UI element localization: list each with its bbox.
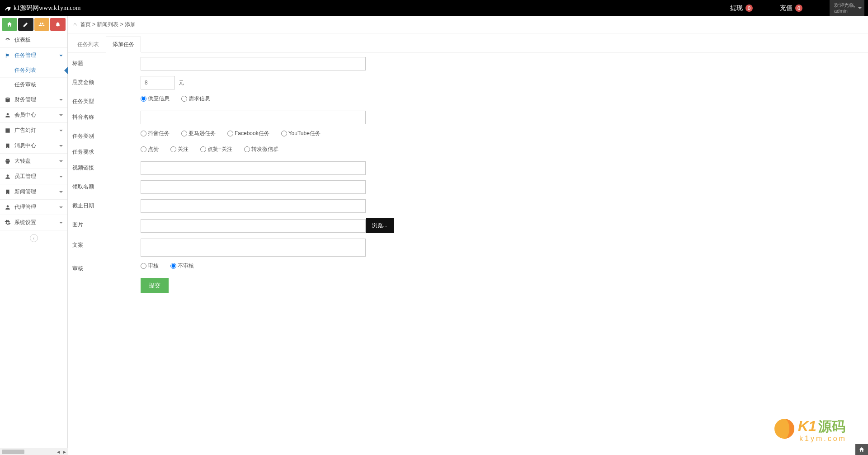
radio-audit-no[interactable]: 不审核: [170, 262, 194, 270]
sidebar-item-staff[interactable]: 员工管理: [0, 169, 67, 184]
radio-input[interactable]: [181, 96, 187, 102]
sidebar-item-label: 任务管理: [14, 52, 36, 59]
task-form: 标题 悬赏金额 元 任务类型 供应信息 需求信息 抖音名称: [68, 52, 868, 298]
label-copy: 文案: [71, 239, 141, 249]
video-input[interactable]: [141, 161, 366, 175]
scroll-left-icon[interactable]: ◂: [55, 449, 61, 455]
title-input[interactable]: [141, 57, 366, 70]
image-path-input[interactable]: [141, 219, 366, 233]
label-title: 标题: [71, 57, 141, 67]
browse-button[interactable]: 浏览...: [366, 218, 394, 233]
radio-audit-yes[interactable]: 审核: [141, 262, 159, 270]
sidebar-item-label: 新闻管理: [14, 188, 36, 196]
tab-add-task[interactable]: 添加任务: [106, 37, 141, 52]
breadcrumb-sep: >: [92, 21, 95, 28]
sidebar-item-wheel[interactable]: 大转盘: [0, 154, 67, 169]
quick-edit-button[interactable]: [18, 18, 33, 31]
user-menu[interactable]: 欢迎光临, admin: [830, 0, 864, 16]
radio-input[interactable]: [170, 263, 176, 269]
breadcrumb: ⌂ 首页 > 新闻列表 > 添加: [68, 16, 868, 33]
radio-type-demand[interactable]: 需求信息: [181, 95, 210, 103]
sidebar-item-task-mgmt[interactable]: 任务管理: [0, 48, 67, 63]
sidebar-collapse-button[interactable]: ‹: [30, 234, 38, 242]
quick-notify-button[interactable]: [50, 18, 66, 31]
sidebar: 仪表板 任务管理 任务列表 任务审核 财务管理 会员中心 广告幻灯 消: [0, 16, 68, 455]
scroll-right-icon[interactable]: ▸: [61, 449, 68, 455]
breadcrumb-mid[interactable]: 新闻列表: [97, 21, 118, 28]
deadline-input[interactable]: [141, 199, 366, 213]
douyin-name-input[interactable]: [141, 111, 366, 124]
sidebar-subitem-label: 任务审核: [14, 81, 36, 88]
radio-cat-douyin[interactable]: 抖音任务: [141, 130, 170, 137]
chevron-down-icon: [59, 55, 63, 56]
radio-input[interactable]: [141, 263, 146, 269]
submit-button[interactable]: 提交: [141, 278, 169, 293]
sidebar-item-member[interactable]: 会员中心: [0, 108, 67, 123]
radio-input[interactable]: [141, 131, 146, 136]
user-icon: [5, 204, 11, 211]
tab-label: 添加任务: [113, 41, 134, 47]
chevron-down-icon: [59, 206, 63, 208]
copy-input[interactable]: [141, 239, 366, 257]
radio-type-supply[interactable]: 供应信息: [141, 95, 170, 103]
sidebar-item-news[interactable]: 新闻管理: [0, 184, 67, 200]
quick-home-button[interactable]: [2, 18, 17, 31]
radio-input[interactable]: [141, 96, 146, 102]
label-image: 图片: [71, 218, 141, 229]
sidebar-item-agent[interactable]: 代理管理: [0, 200, 67, 215]
label-audit: 审核: [71, 262, 141, 272]
radio-input[interactable]: [170, 146, 176, 152]
radio-label: 转发微信群: [251, 145, 278, 153]
radio-cat-amazon[interactable]: 亚马逊任务: [181, 130, 216, 137]
sidebar-subitem-label: 任务列表: [14, 67, 36, 73]
recharge-stat[interactable]: 充值 0: [780, 4, 802, 12]
radio-cat-facebook[interactable]: Facebook任务: [227, 130, 269, 137]
radio-label: 不审核: [178, 262, 194, 270]
sidebar-item-adslide[interactable]: 广告幻灯: [0, 123, 67, 138]
pencil-icon: [23, 21, 29, 28]
scrollbar-thumb[interactable]: [2, 450, 24, 454]
breadcrumb-home[interactable]: 首页: [80, 21, 91, 28]
sidebar-item-system[interactable]: 系统设置: [0, 215, 67, 230]
label-douyin-name: 抖音名称: [71, 111, 141, 121]
quickbar: [0, 16, 67, 33]
radio-input[interactable]: [244, 146, 250, 152]
gear-icon: [5, 220, 11, 226]
radio-label: 审核: [148, 262, 159, 270]
sidebar-item-label: 仪表板: [14, 36, 31, 44]
radio-input[interactable]: [281, 131, 287, 136]
breadcrumb-sep: >: [120, 21, 123, 28]
radio-req-follow[interactable]: 关注: [170, 145, 189, 153]
brand: k1源码网www.k1ym.com: [4, 4, 80, 12]
withdraw-stat[interactable]: 提现 0: [730, 4, 753, 12]
chevron-down-icon: [59, 222, 63, 224]
radio-input[interactable]: [200, 146, 206, 152]
radio-label: 点赞: [148, 145, 159, 153]
radio-cat-youtube[interactable]: YouTube任务: [281, 130, 321, 137]
radio-req-likefollow[interactable]: 点赞+关注: [200, 145, 232, 153]
withdraw-badge: 0: [745, 5, 753, 12]
sidebar-scrollbar[interactable]: ◂ ▸: [0, 448, 68, 455]
sidebar-item-msg[interactable]: 消息中心: [0, 138, 67, 154]
sidebar-subitem-task-list[interactable]: 任务列表: [0, 63, 67, 78]
radio-req-like[interactable]: 点赞: [141, 145, 159, 153]
sidebar-item-label: 会员中心: [14, 111, 36, 119]
tab-task-list[interactable]: 任务列表: [71, 37, 106, 52]
radio-input[interactable]: [181, 131, 187, 136]
label-reward: 悬赏金额: [71, 76, 141, 86]
radio-input[interactable]: [141, 146, 146, 152]
sidebar-item-label: 系统设置: [14, 219, 36, 226]
quota-input[interactable]: [141, 180, 366, 194]
radio-req-forward[interactable]: 转发微信群: [244, 145, 278, 153]
flag-icon: [5, 52, 11, 59]
back-to-top-button[interactable]: [855, 444, 868, 455]
recharge-label: 充值: [780, 4, 793, 12]
user-icon: [5, 112, 11, 118]
reward-input[interactable]: [141, 76, 175, 89]
radio-input[interactable]: [227, 131, 233, 136]
sidebar-subitem-task-audit[interactable]: 任务审核: [0, 78, 67, 92]
chevron-down-icon: [59, 114, 63, 116]
sidebar-item-dashboard[interactable]: 仪表板: [0, 33, 67, 48]
sidebar-item-finance[interactable]: 财务管理: [0, 92, 67, 108]
quick-users-button[interactable]: [34, 18, 50, 31]
